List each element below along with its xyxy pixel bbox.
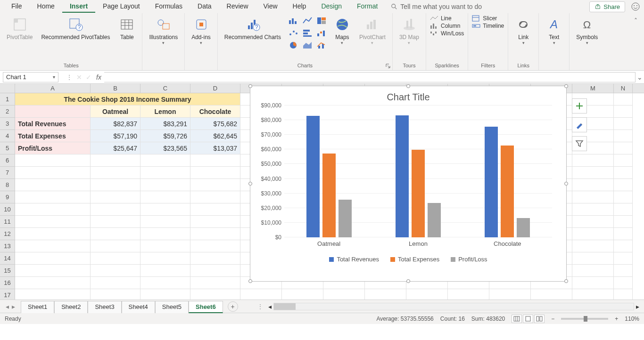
cell-A2[interactable] [15, 105, 91, 118]
cell-D6[interactable] [190, 154, 240, 167]
cell-A17[interactable] [15, 289, 91, 300]
sparkline-winloss-button[interactable]: Win/Loss [430, 30, 464, 37]
cell-B6[interactable] [91, 154, 140, 167]
menu-insert[interactable]: Insert [62, 0, 95, 13]
row-header-12[interactable]: 12 [0, 228, 15, 240]
text-button[interactable]: AText▾ [543, 15, 565, 48]
treemap-icon[interactable] [315, 15, 328, 26]
cell-C12[interactable] [140, 228, 190, 240]
3d-map-button[interactable]: 3D Map▾ [396, 15, 422, 48]
cell-D8[interactable] [190, 179, 240, 191]
formula-input[interactable] [104, 72, 636, 82]
slicer-button[interactable]: Slicer [472, 15, 504, 22]
tab-nav-first-icon[interactable]: ◂ [6, 303, 9, 310]
chart-bar[interactable] [306, 116, 320, 237]
cell-N12[interactable] [614, 228, 633, 240]
chart-handle[interactable] [564, 279, 568, 283]
col-header-B[interactable]: B [91, 84, 140, 93]
cell-N17[interactable] [614, 289, 633, 300]
chart-bar[interactable] [428, 203, 441, 237]
tell-me-search[interactable]: Tell me what you want to do [385, 3, 487, 10]
cell-M11[interactable] [572, 216, 614, 228]
menu-help[interactable]: Help [285, 0, 314, 13]
cell-M17[interactable] [572, 289, 614, 300]
chart-handle[interactable] [248, 279, 252, 283]
col-header-A[interactable]: A [15, 84, 91, 93]
col-header-D[interactable]: D [190, 84, 240, 93]
cell-A4[interactable]: Total Expenses [15, 130, 91, 142]
cell-D2[interactable]: Chocolate [190, 105, 240, 118]
cell-A14[interactable] [15, 252, 91, 265]
cell-A8[interactable] [15, 179, 91, 191]
cell-D9[interactable] [190, 191, 240, 203]
cell-D15[interactable] [190, 265, 240, 277]
maps-button[interactable]: Maps▾ [331, 15, 354, 48]
zoom-out-button[interactable]: − [551, 316, 554, 322]
chevron-down-icon[interactable]: ▾ [53, 74, 55, 80]
charts-launcher-icon[interactable] [386, 64, 390, 68]
row-header-7[interactable]: 7 [0, 167, 15, 179]
col-header-C[interactable]: C [140, 84, 190, 93]
cell-C11[interactable] [140, 216, 190, 228]
row-header-13[interactable]: 13 [0, 240, 15, 252]
cell-M9[interactable] [572, 191, 614, 203]
menu-formulas[interactable]: Formulas [148, 0, 190, 13]
cell-C7[interactable] [140, 167, 190, 179]
view-page-layout-button[interactable] [523, 315, 533, 323]
legend-item[interactable]: Total Revenues [329, 256, 379, 263]
cell-A15[interactable] [15, 265, 91, 277]
enter-icon[interactable]: ✓ [86, 73, 91, 81]
chart-bar[interactable] [412, 150, 425, 237]
cell-N16[interactable] [614, 277, 633, 289]
chart-filters-button[interactable] [572, 136, 587, 151]
row-header-9[interactable]: 9 [0, 191, 15, 203]
add-sheet-button[interactable]: + [228, 301, 238, 312]
illustrations-button[interactable]: Illustrations▾ [146, 15, 181, 48]
cell-I17[interactable] [406, 289, 448, 300]
sheet-tab-sheet3[interactable]: Sheet3 [88, 301, 121, 313]
cell-D5[interactable]: $13,037 [190, 142, 240, 154]
cell-B5[interactable]: $25,647 [91, 142, 140, 154]
col-header-M[interactable]: M [572, 84, 614, 93]
cell-D16[interactable] [190, 277, 240, 289]
cell-H17[interactable] [365, 289, 406, 300]
menu-design[interactable]: Design [314, 0, 349, 13]
area-chart-icon[interactable] [301, 40, 314, 51]
scroll-right-icon[interactable]: ▸ [636, 303, 639, 310]
cell-N8[interactable] [614, 179, 633, 191]
chart-handle[interactable] [564, 84, 568, 88]
cell-C9[interactable] [140, 191, 190, 203]
chart-bar[interactable] [322, 154, 336, 237]
line-chart-icon[interactable] [301, 15, 314, 26]
cell-A11[interactable] [15, 216, 91, 228]
cell-B8[interactable] [91, 179, 140, 191]
timeline-button[interactable]: Timeline [472, 23, 504, 29]
cell-C13[interactable] [140, 240, 190, 252]
chart-handle[interactable] [406, 84, 410, 88]
cell-C5[interactable]: $23,565 [140, 142, 190, 154]
cell-B3[interactable]: $82,837 [91, 118, 140, 130]
cell-M6[interactable] [572, 154, 614, 167]
bar-chart-icon[interactable] [301, 27, 314, 39]
cell-D12[interactable] [190, 228, 240, 240]
pivotchart-button[interactable]: PivotChart▾ [356, 15, 388, 48]
chart-bar[interactable] [339, 200, 352, 237]
cell-A5[interactable]: Profit/Loss [15, 142, 91, 154]
cell-N14[interactable] [614, 252, 633, 265]
zoom-slider[interactable] [561, 318, 608, 320]
chart-handle[interactable] [406, 279, 410, 283]
row-header-11[interactable]: 11 [0, 216, 15, 228]
cell-D17[interactable] [190, 289, 240, 300]
cell-M12[interactable] [572, 228, 614, 240]
cell-A3[interactable]: Total Revenues [15, 118, 91, 130]
cell-N10[interactable] [614, 203, 633, 216]
sheet-tab-sheet5[interactable]: Sheet5 [155, 301, 189, 313]
cell-C6[interactable] [140, 154, 190, 167]
recommended-pivot-button[interactable]: ?Recommended PivotTables [38, 15, 113, 42]
row-header-3[interactable]: 3 [0, 118, 15, 130]
cell-N1[interactable] [614, 93, 633, 105]
cell-A9[interactable] [15, 191, 91, 203]
menu-view[interactable]: View [256, 0, 285, 13]
feedback-smiley-icon[interactable] [631, 2, 640, 11]
horizontal-scrollbar[interactable]: ◂ ▸ [268, 303, 639, 310]
